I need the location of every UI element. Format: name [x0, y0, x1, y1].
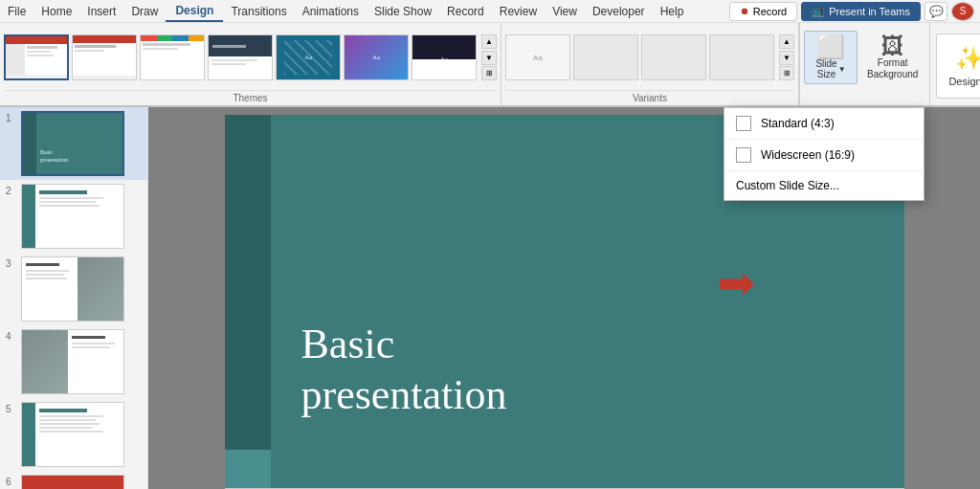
ssd-item-widescreen[interactable]: Widescreen (16:9): [724, 140, 924, 171]
slide-thumb-4-wrapper: [21, 329, 124, 394]
slide-thumb-2-wrapper: [21, 184, 124, 249]
themes-row: Aa Aa Aa ▲ ▼ ⊞: [4, 27, 497, 90]
top-right-controls: ⏺ Record 📺 Present in Teams 💬 S: [724, 2, 980, 21]
menu-item-insert[interactable]: Insert: [79, 0, 123, 22]
menu-tabs: File Home Insert Draw Design Transitions…: [0, 0, 691, 22]
variant-scroll-up[interactable]: ▲: [779, 34, 794, 49]
theme-scroll: ▲ ▼ ⊞: [481, 34, 497, 80]
designer-button[interactable]: ✨ Designer: [936, 33, 980, 99]
menu-item-help[interactable]: Help: [653, 0, 692, 22]
theme-6[interactable]: Aa: [344, 34, 409, 80]
teams-icon: 📺: [812, 5, 825, 17]
designer-group: ✨ Designer: [930, 23, 980, 105]
designer-icon: ✨: [955, 45, 980, 72]
slide-number-6: 6: [6, 475, 17, 487]
theme-7[interactable]: Aa: [412, 34, 477, 80]
ssd-item-custom[interactable]: Custom Slide Size...: [724, 171, 924, 200]
menu-item-slideshow[interactable]: Slide Show: [367, 0, 439, 22]
slide-item-3[interactable]: 3: [0, 253, 147, 325]
slide-title: Basic presentation: [301, 320, 507, 421]
themes-group: Aa Aa Aa ▲ ▼ ⊞ Themes: [0, 23, 501, 105]
slide-item-2[interactable]: 2: [0, 180, 147, 253]
slide-number-1: 1: [6, 111, 17, 123]
format-bg-icon: 🖼: [881, 34, 904, 57]
comment-button[interactable]: 💬: [924, 2, 947, 21]
theme-3[interactable]: [140, 34, 205, 80]
slide-size-label: Slide Size ▼: [815, 58, 845, 79]
app-header: File Home Insert Draw Design Transitions…: [0, 0, 980, 23]
slide-size-button[interactable]: ⬜ Slide Size ▼: [804, 31, 858, 84]
menu-item-review[interactable]: Review: [492, 0, 545, 22]
slide-thumb-3-wrapper: [21, 256, 124, 322]
menu-item-home[interactable]: Home: [33, 0, 79, 22]
slide-size-dropdown: Standard (4:3) Widescreen (16:9) Custom …: [724, 107, 924, 201]
slide-thumb-1-wrapper: Basicpresentation: [21, 111, 124, 176]
slide-thumb-5-wrapper: [21, 402, 124, 467]
variant-scroll-more[interactable]: ⊞: [779, 66, 794, 80]
slide-item-4[interactable]: 4: [0, 325, 147, 398]
ssd-item-standard[interactable]: Standard (4:3): [724, 108, 924, 140]
slide-size-icon: ⬜: [816, 35, 845, 58]
comment-icon: 💬: [929, 5, 944, 18]
variant-scroll: ▲ ▼ ⊞: [779, 34, 794, 80]
format-bg-label: Format Background: [867, 57, 918, 80]
format-background-button[interactable]: 🖼 Format Background: [859, 31, 925, 84]
widescreen-checkbox: [736, 147, 751, 163]
menu-item-developer[interactable]: Developer: [585, 0, 653, 22]
ribbon: Aa Aa Aa ▲ ▼ ⊞ Themes: [0, 23, 980, 107]
variant-3[interactable]: [641, 34, 706, 80]
slide-number-4: 4: [6, 329, 17, 342]
themes-label: Themes: [4, 90, 497, 105]
menu-item-animations[interactable]: Animations: [295, 0, 367, 22]
theme-scroll-more[interactable]: ⊞: [481, 66, 497, 80]
theme-4[interactable]: [208, 34, 273, 80]
standard-checkbox: [736, 116, 751, 131]
present-teams-button[interactable]: 📺 Present in Teams: [801, 2, 921, 21]
variants-group: Aa ▲ ▼ ⊞ Variants: [501, 23, 799, 105]
slide-number-3: 3: [6, 256, 17, 269]
record-label: Record: [753, 6, 787, 17]
user-button[interactable]: S: [951, 2, 974, 21]
variant-scroll-down[interactable]: ▼: [779, 51, 794, 65]
menu-item-transitions[interactable]: Transitions: [223, 0, 294, 22]
theme-5[interactable]: Aa: [276, 34, 341, 80]
present-teams-label: Present in Teams: [829, 6, 910, 17]
theme-scroll-down[interactable]: ▼: [481, 51, 497, 65]
menu-item-record[interactable]: Record: [439, 0, 492, 22]
user-icon: S: [960, 6, 967, 16]
slide-thumb-6-wrapper: Title: [21, 475, 124, 489]
variants-row: Aa ▲ ▼ ⊞: [505, 27, 794, 90]
slide-number-5: 5: [6, 402, 17, 414]
record-icon: ⏺: [740, 6, 749, 16]
theme-2[interactable]: [72, 34, 137, 80]
slidesize-group: ⬜ Slide Size ▼ 🖼 Format Background: [799, 23, 930, 105]
slide-item-5[interactable]: 5: [0, 398, 147, 471]
slide-number-2: 2: [6, 184, 17, 196]
red-arrow: ➡: [717, 256, 755, 309]
menu-item-design[interactable]: Design: [166, 0, 223, 22]
variants-label: Variants: [505, 90, 794, 105]
menu-item-file[interactable]: File: [0, 0, 33, 22]
variant-4[interactable]: [709, 34, 774, 80]
designer-label: Designer: [948, 76, 980, 87]
slide-item-1[interactable]: 1 Basicpresentation: [0, 107, 147, 180]
slide-item-6[interactable]: 6 Title: [0, 471, 147, 489]
menu-item-draw[interactable]: Draw: [123, 0, 166, 22]
variant-2[interactable]: [573, 34, 638, 80]
slide-panel: 1 Basicpresentation 2: [0, 107, 148, 489]
record-button[interactable]: ⏺ Record: [729, 2, 797, 21]
theme-1[interactable]: [4, 34, 69, 80]
menu-item-view[interactable]: View: [545, 0, 585, 22]
variant-1[interactable]: Aa: [505, 34, 570, 80]
theme-scroll-up[interactable]: ▲: [481, 34, 497, 49]
